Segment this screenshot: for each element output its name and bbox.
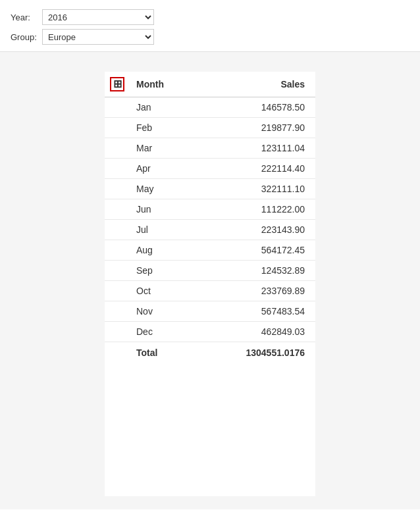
row-expand-cell — [105, 261, 131, 281]
sales-cell: 322111.10 — [211, 179, 315, 199]
year-select[interactable]: 2016 2014 2015 2017 2018 — [42, 9, 154, 25]
month-cell: Sep — [131, 261, 211, 281]
sales-cell: 462849.03 — [211, 322, 315, 342]
row-expand-cell — [105, 118, 131, 138]
sales-cell: 111222.00 — [211, 199, 315, 220]
sales-cell: 223143.90 — [211, 220, 315, 240]
group-row: Group: Americas Asia Europe Global — [11, 29, 409, 45]
table-row: Dec462849.03 — [105, 322, 315, 342]
sales-cell: 222114.40 — [211, 159, 315, 179]
total-row: Total 1304551.0176 — [105, 342, 315, 364]
table-row: Mar123111.04 — [105, 138, 315, 159]
row-expand-cell — [105, 240, 131, 261]
row-expand-cell — [105, 199, 131, 220]
total-label: Total — [131, 342, 211, 364]
table-row: Jun111222.00 — [105, 199, 315, 220]
row-expand-cell — [105, 220, 131, 240]
sales-cell: 219877.90 — [211, 118, 315, 138]
month-cell: Dec — [131, 322, 211, 342]
table-header-row: ⊞ Month Sales — [105, 72, 315, 97]
table-row: Aug564172.45 — [105, 240, 315, 261]
sales-cell: 146578.50 — [211, 97, 315, 118]
month-cell: Mar — [131, 138, 211, 159]
table-row: Jul223143.90 — [105, 220, 315, 240]
table-row: Oct233769.89 — [105, 281, 315, 301]
month-cell: May — [131, 179, 211, 199]
month-header: Month — [131, 72, 211, 97]
month-cell: Jan — [131, 97, 211, 118]
month-cell: Jul — [131, 220, 211, 240]
total-expand-cell — [105, 342, 131, 364]
sales-cell: 233769.89 — [211, 281, 315, 301]
table-row: Sep124532.89 — [105, 261, 315, 281]
table-row: Jan146578.50 — [105, 97, 315, 118]
sales-header: Sales — [211, 72, 315, 97]
month-cell: Oct — [131, 281, 211, 301]
sales-cell: 564172.45 — [211, 240, 315, 261]
table-row: Feb219877.90 — [105, 118, 315, 138]
month-cell: Feb — [131, 118, 211, 138]
total-value: 1304551.0176 — [211, 342, 315, 364]
expand-header: ⊞ — [105, 72, 131, 97]
sales-table: ⊞ Month Sales Jan146578.50Feb219877.90Ma… — [105, 72, 315, 363]
sales-cell: 567483.54 — [211, 301, 315, 322]
expand-icon[interactable]: ⊞ — [110, 77, 124, 91]
table-row: Nov567483.54 — [105, 301, 315, 322]
top-controls: Year: 2016 2014 2015 2017 2018 Group: Am… — [0, 0, 420, 52]
month-cell: Jun — [131, 199, 211, 220]
row-expand-cell — [105, 322, 131, 342]
month-cell: Nov — [131, 301, 211, 322]
month-cell: Aug — [131, 240, 211, 261]
row-expand-cell — [105, 138, 131, 159]
table-container: ⊞ Month Sales Jan146578.50Feb219877.90Ma… — [105, 72, 315, 496]
row-expand-cell — [105, 301, 131, 322]
row-expand-cell — [105, 179, 131, 199]
table-row: Apr222114.40 — [105, 159, 315, 179]
content-area: ⊞ Month Sales Jan146578.50Feb219877.90Ma… — [0, 52, 420, 509]
row-expand-cell — [105, 281, 131, 301]
group-select[interactable]: Americas Asia Europe Global — [42, 29, 154, 45]
sales-cell: 124532.89 — [211, 261, 315, 281]
group-label: Group: — [11, 32, 42, 42]
year-row: Year: 2016 2014 2015 2017 2018 — [11, 9, 409, 25]
row-expand-cell — [105, 97, 131, 118]
month-cell: Apr — [131, 159, 211, 179]
year-label: Year: — [11, 13, 42, 22]
sales-cell: 123111.04 — [211, 138, 315, 159]
row-expand-cell — [105, 159, 131, 179]
table-row: May322111.10 — [105, 179, 315, 199]
